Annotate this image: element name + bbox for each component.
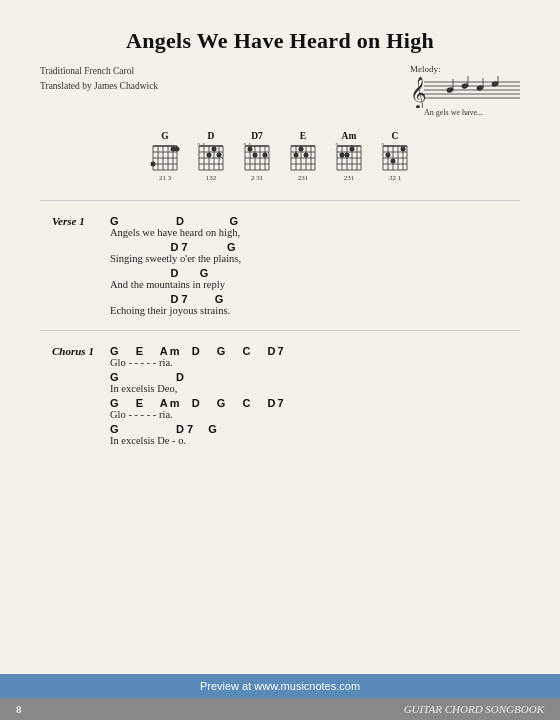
svg-point-85 <box>350 147 355 152</box>
svg-point-27 <box>171 147 176 152</box>
svg-point-71 <box>299 147 304 152</box>
svg-point-41 <box>207 153 212 158</box>
section-divider <box>40 200 520 201</box>
svg-text:×: × <box>248 143 251 147</box>
bottom-bar: 8 GUITAR CHORD SONGBOOK <box>0 698 560 720</box>
melody-label: Melody: <box>410 64 441 74</box>
svg-point-55 <box>248 147 253 152</box>
svg-point-102 <box>391 159 396 164</box>
verse1-line1: G D G Angels we have heard on high, <box>110 215 520 238</box>
svg-point-87 <box>340 153 345 158</box>
subtitle-line1: Traditional French Carol <box>40 64 158 79</box>
svg-text:×: × <box>335 143 338 147</box>
verse1-section: Verse 1 G D G Angels we have heard on hi… <box>40 215 520 316</box>
chorus-lyric-4: In excelsis De - o. <box>110 435 520 446</box>
melody-notes: An gels we have... <box>410 108 483 117</box>
staff: 𝄞 <box>410 76 520 106</box>
chorus-divider <box>40 330 520 331</box>
chorus1-line3: G E Am D G C D7 Glo - - - - - ria. <box>110 397 520 420</box>
chorus-lyric-1: Glo - - - - - ria. <box>110 357 520 368</box>
subtitle-line2: Translated by James Chadwick <box>40 79 158 94</box>
chord-d7: D7 × × 2 31 <box>241 131 273 182</box>
verse1-line4: D7 G Echoing their joyous strains. <box>110 293 520 316</box>
chorus-lyric-3: Glo - - - - - ria. <box>110 409 520 420</box>
subtitle-row: Traditional French Carol Translated by J… <box>40 64 520 117</box>
book-title: GUITAR CHORD SONGBOOK <box>404 703 544 715</box>
lyric-1-2: Singing sweetly o'er the plains, <box>110 253 520 264</box>
chord-d: D × × 132 <box>195 131 227 182</box>
subtitle-left: Traditional French Carol Translated by J… <box>40 64 158 94</box>
chord-am: Am × 231 <box>333 131 365 182</box>
svg-text:×: × <box>202 143 205 147</box>
svg-point-39 <box>212 147 217 152</box>
chorus1-label: Chorus 1 <box>52 345 94 357</box>
chorus1-content: G E Am D G C D7 Glo - - - - - ria. G D I… <box>110 345 520 446</box>
svg-text:×: × <box>197 143 200 147</box>
lyric-1-3: And the mountains in reply <box>110 279 520 290</box>
preview-text: Preview at www.musicnotes.com <box>200 680 360 692</box>
verse1-line3: D G And the mountains in reply <box>110 267 520 290</box>
svg-point-101 <box>386 153 391 158</box>
chord-e: E 231 <box>287 131 319 182</box>
lyric-1-4: Echoing their joyous strains. <box>110 305 520 316</box>
svg-point-86 <box>345 153 350 158</box>
svg-point-100 <box>401 147 406 152</box>
svg-point-72 <box>294 153 299 158</box>
svg-point-25 <box>151 162 156 167</box>
chorus-lyric-2: In excelsis Deo, <box>110 383 520 394</box>
preview-bar: Preview at www.musicnotes.com <box>0 674 560 698</box>
verse1-content: G D G Angels we have heard on high, D7 G… <box>110 215 520 316</box>
page: Angels We Have Heard on High Traditional… <box>0 0 560 720</box>
chorus1-line4: G D7 G In excelsis De - o. <box>110 423 520 446</box>
svg-point-56 <box>263 153 268 158</box>
svg-point-40 <box>217 153 222 158</box>
page-number: 8 <box>16 703 22 715</box>
svg-text:×: × <box>243 143 246 147</box>
chord-g: G 21 3 <box>149 131 181 182</box>
chord-c: C × 32 1 <box>379 131 411 182</box>
chorus1-line2: G D In excelsis Deo, <box>110 371 520 394</box>
svg-text:×: × <box>381 143 384 147</box>
chorus1-section: Chorus 1 G E Am D G C D7 Glo - - - - - r… <box>40 345 520 446</box>
verse1-line2: D7 G Singing sweetly o'er the plains, <box>110 241 520 264</box>
svg-point-57 <box>253 153 258 158</box>
melody-box: Melody: 𝄞 <box>410 64 520 117</box>
chord-diagrams: G 21 3 <box>40 131 520 182</box>
svg-point-73 <box>304 153 309 158</box>
svg-text:𝄞: 𝄞 <box>410 76 427 108</box>
lyric-1-1: Angels we have heard on high, <box>110 227 520 238</box>
verse1-label: Verse 1 <box>52 215 85 227</box>
chorus1-line1: G E Am D G C D7 Glo - - - - - ria. <box>110 345 520 368</box>
page-title: Angels We Have Heard on High <box>40 28 520 54</box>
